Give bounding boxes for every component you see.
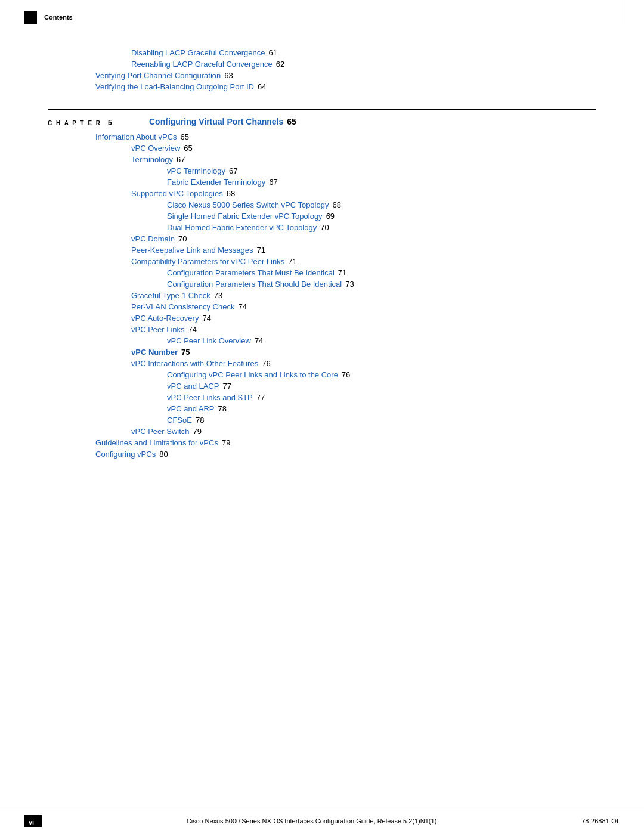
toc-entry: vPC Domain70 (131, 234, 596, 243)
chapter-toc: Information About vPCs65vPC Overview65Te… (48, 132, 596, 459)
footer-page-label: vi (29, 819, 34, 826)
toc-entry: Cisco Nexus 5000 Series Switch vPC Topol… (167, 200, 596, 209)
page-footer: vi Cisco Nexus 5000 Series NX-OS Interfa… (0, 809, 644, 833)
page-number: 63 (224, 71, 233, 80)
page-number: 77 (222, 382, 231, 391)
toc-link[interactable]: vPC Peer Links and STP (167, 393, 253, 402)
toc-link[interactable]: CFSoE (167, 416, 192, 425)
toc-entry: Configuration Parameters That Should Be … (167, 280, 596, 289)
chapter-label: C H A P T E R 5 (48, 118, 113, 126)
footer-right-text: 78-26881-OL (581, 817, 620, 825)
header-black-rect (24, 11, 37, 24)
page-number: 74 (255, 336, 263, 345)
page-number: 65 (184, 144, 192, 153)
page-number: 74 (202, 314, 210, 323)
toc-link[interactable]: Guidelines and Limitations for vPCs (95, 438, 218, 447)
toc-entry: vPC Peer Switch79 (131, 427, 596, 436)
toc-link[interactable]: Compatibility Parameters for vPC Peer Li… (131, 257, 284, 266)
page-number: 78 (196, 416, 204, 425)
page-number: 73 (214, 291, 222, 300)
header-title: Contents (44, 14, 73, 21)
toc-entry: vPC Overview65 (131, 144, 596, 153)
toc-entry: vPC Auto-Recovery74 (131, 314, 596, 323)
page-number: 71 (257, 246, 265, 255)
toc-entry: Configuration Parameters That Must Be Id… (167, 268, 596, 277)
toc-link[interactable]: Configuration Parameters That Must Be Id… (167, 268, 335, 277)
toc-entry: Peer-Keepalive Link and Messages71 (131, 246, 596, 255)
toc-entry: vPC Interactions with Other Features76 (131, 359, 596, 368)
toc-link[interactable]: Supported vPC Topologies (131, 189, 223, 198)
main-content: Disabling LACP Graceful Convergence 61 R… (0, 30, 644, 485)
toc-entry: Terminology67 (131, 155, 596, 164)
toc-link[interactable]: Configuring vPCs (95, 450, 156, 459)
toc-entry: Dual Homed Fabric Extender vPC Topology7… (167, 223, 596, 232)
toc-link[interactable]: Information About vPCs (95, 132, 177, 141)
chapter-label-block: C H A P T E R 5 (48, 117, 149, 128)
toc-entry: vPC Number75 (131, 348, 596, 357)
toc-link[interactable]: Fabric Extender Terminology (167, 178, 265, 187)
toc-entry: Single Homed Fabric Extender vPC Topolog… (167, 212, 596, 221)
toc-link[interactable]: Configuring vPC Peer Links and Links to … (167, 370, 338, 379)
page-number: 74 (238, 302, 246, 311)
toc-link[interactable]: vPC Auto-Recovery (131, 314, 199, 323)
page-number: 65 (181, 132, 189, 141)
page-number: 67 (177, 155, 185, 164)
toc-entry: CFSoE78 (167, 416, 596, 425)
toc-entry: vPC Peer Link Overview74 (167, 336, 596, 345)
toc-entry: Per-VLAN Consistency Check74 (131, 302, 596, 311)
toc-entry: Compatibility Parameters for vPC Peer Li… (131, 257, 596, 266)
page-number: 68 (227, 189, 235, 198)
header-right-line (621, 0, 621, 24)
toc-link[interactable]: Disabling LACP Graceful Convergence (131, 48, 265, 57)
toc-entry: Fabric Extender Terminology67 (167, 178, 596, 187)
toc-link[interactable]: Configuration Parameters That Should Be … (167, 280, 342, 289)
toc-link[interactable]: vPC Terminology (167, 166, 225, 175)
toc-entry: Guidelines and Limitations for vPCs79 (95, 438, 596, 447)
toc-link[interactable]: vPC Peer Links (131, 325, 185, 334)
toc-link[interactable]: Graceful Type-1 Check (131, 291, 210, 300)
toc-link[interactable]: vPC Overview (131, 144, 180, 153)
chapter-section: C H A P T E R 5 Configuring Virtual Port… (48, 109, 596, 128)
toc-link[interactable]: Peer-Keepalive Link and Messages (131, 246, 253, 255)
page-number: 70 (320, 223, 329, 232)
page-header: Contents (0, 0, 644, 30)
toc-link[interactable]: vPC Domain (131, 234, 175, 243)
toc-link[interactable]: vPC Peer Switch (131, 427, 190, 436)
page-number: 80 (159, 450, 168, 459)
chapter-label-text: C H A P T E R (48, 120, 101, 126)
chapter-page-number: 65 (287, 117, 296, 126)
toc-link[interactable]: vPC Peer Link Overview (167, 336, 251, 345)
page-number: 67 (229, 166, 237, 175)
toc-link[interactable]: vPC Number (131, 348, 178, 357)
toc-link[interactable]: vPC and ARP (167, 404, 215, 413)
toc-entry: vPC and ARP78 (167, 404, 596, 413)
toc-link[interactable]: Dual Homed Fabric Extender vPC Topology (167, 223, 317, 232)
toc-link[interactable]: Verifying Port Channel Configuration (95, 71, 221, 80)
page-number: 75 (181, 348, 190, 357)
page-number: 67 (269, 178, 277, 187)
page-number: 68 (332, 200, 340, 209)
page-number: 73 (345, 280, 354, 289)
chapter-title-link[interactable]: Configuring Virtual Port Channels (149, 117, 283, 126)
page-number: 62 (276, 60, 284, 69)
page-container: Contents Disabling LACP Graceful Converg… (0, 0, 644, 833)
toc-link[interactable]: Terminology (131, 155, 173, 164)
chapter-title-entry: Configuring Virtual Port Channels 65 (149, 117, 296, 126)
page-number: 76 (262, 359, 270, 368)
toc-link[interactable]: Verifying the Load-Balancing Outgoing Po… (95, 82, 254, 91)
page-number: 71 (288, 257, 296, 266)
toc-link[interactable]: Reenabling LACP Graceful Convergence (131, 60, 273, 69)
toc-link[interactable]: Single Homed Fabric Extender vPC Topolog… (167, 212, 323, 221)
toc-entry: Graceful Type-1 Check73 (131, 291, 596, 300)
toc-link[interactable]: Cisco Nexus 5000 Series Switch vPC Topol… (167, 200, 329, 209)
toc-entry: vPC Peer Links and STP77 (167, 393, 596, 402)
toc-entry: vPC and LACP77 (167, 382, 596, 391)
page-number: 70 (178, 234, 187, 243)
toc-entry: Verifying the Load-Balancing Outgoing Po… (95, 82, 596, 91)
toc-link[interactable]: Per-VLAN Consistency Check (131, 302, 234, 311)
toc-entry: Disabling LACP Graceful Convergence 61 (131, 48, 596, 57)
toc-entry: Supported vPC Topologies68 (131, 189, 596, 198)
toc-link[interactable]: vPC and LACP (167, 382, 219, 391)
toc-link[interactable]: vPC Interactions with Other Features (131, 359, 258, 368)
toc-entry: Information About vPCs65 (95, 132, 596, 141)
